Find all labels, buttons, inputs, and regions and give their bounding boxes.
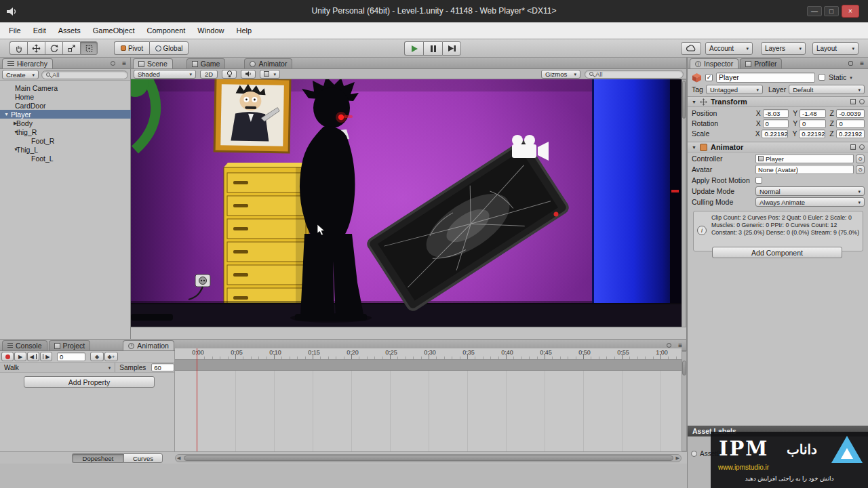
tree-item-main-camera[interactable]: Main Camera [0, 83, 131, 92]
panel-lock-icon[interactable] [667, 343, 671, 348]
update-mode-dropdown[interactable]: Normal▾ [755, 186, 865, 196]
scale-z-field[interactable]: 0.22192 [836, 129, 865, 138]
menu-help[interactable]: Help [230, 26, 258, 35]
object-picker-icon[interactable]: ⊙ [856, 155, 865, 163]
effects-dropdown[interactable]: ▾ [260, 70, 280, 79]
collapse-triangle-icon[interactable]: ▶ [0, 121, 14, 125]
tree-item-thig-r[interactable]: ▼thig_R [0, 127, 131, 136]
timeline-ruler[interactable]: 0:00 0:05 0:10 0:15 0:20 0:25 0:30 0:35 … [175, 348, 682, 360]
foldout-triangle-icon[interactable]: ▼ [692, 145, 696, 150]
scale-tool-button[interactable] [62, 41, 80, 55]
scale-x-field[interactable]: 0.22192 [762, 129, 788, 138]
menu-window[interactable]: Window [191, 26, 230, 35]
tab-game[interactable]: Game [186, 58, 226, 68]
step-button[interactable] [442, 41, 461, 56]
position-x-field[interactable]: -8.03 [763, 109, 789, 118]
rotation-z-field[interactable]: 0 [836, 119, 865, 128]
account-dropdown[interactable]: Account▾ [705, 42, 753, 55]
layers-dropdown[interactable]: Layers▾ [761, 42, 806, 55]
foldout-triangle-icon[interactable]: ▼ [692, 100, 696, 104]
record-button[interactable] [1, 352, 14, 361]
tree-item-foot-r[interactable]: Foot_R [0, 136, 131, 145]
frame-field[interactable]: 0 [57, 352, 85, 361]
rotation-x-field[interactable]: 0 [763, 119, 789, 128]
tag-dropdown[interactable]: Untagged▾ [706, 85, 763, 94]
help-icon[interactable] [850, 144, 856, 150]
play-button[interactable] [404, 41, 423, 56]
hierarchy-search-input[interactable]: All [41, 70, 128, 79]
object-name-field[interactable]: Player [716, 73, 815, 83]
inspector-lock-icon[interactable] [848, 61, 853, 66]
position-y-field[interactable]: -1.48 [800, 109, 826, 118]
anim-play-button[interactable]: ▶ [14, 352, 26, 361]
inspector-menu-icon[interactable]: ≡ [860, 60, 864, 67]
culling-mode-dropdown[interactable]: Always Animate▾ [755, 197, 865, 207]
settings-gear-icon[interactable] [859, 144, 865, 150]
add-component-button[interactable]: Add Component [712, 247, 842, 258]
dopesheet-button[interactable]: Dopesheet [72, 453, 123, 463]
tree-item-body[interactable]: ▶Body [0, 119, 131, 127]
tab-hierarchy[interactable]: Hierarchy [2, 58, 53, 68]
expand-triangle-icon[interactable]: ▼ [0, 112, 9, 117]
add-property-button[interactable]: Add Property [24, 376, 155, 388]
static-checkbox[interactable] [818, 74, 825, 81]
playhead[interactable] [197, 348, 197, 451]
scroll-left-icon[interactable]: ◀ [177, 455, 180, 461]
tree-item-thig-l[interactable]: ▼Thig_L [0, 145, 131, 154]
active-checkbox[interactable]: ✓ [705, 74, 713, 81]
audio-toggle-button[interactable] [241, 70, 256, 79]
tab-animator[interactable]: Animator [244, 58, 292, 68]
rotate-tool-button[interactable] [45, 41, 62, 55]
next-key-button[interactable]: ▶ [40, 352, 52, 361]
expand-triangle-icon[interactable]: ▼ [0, 129, 14, 134]
rect-tool-button[interactable] [80, 41, 98, 55]
clip-dropdown[interactable]: Walk▾ [0, 363, 115, 372]
pivot-button[interactable]: Pivot [114, 41, 149, 55]
create-dropdown[interactable]: Create▾ [2, 70, 39, 79]
tree-item-player[interactable]: ▼Player [0, 110, 131, 119]
dopesheet-area[interactable] [175, 371, 682, 451]
close-button[interactable]: × [842, 5, 859, 18]
panel-menu-icon[interactable]: ≡ [122, 60, 126, 67]
layout-dropdown[interactable]: Layout▾ [812, 42, 859, 55]
transform-header[interactable]: ▼ Transform [688, 96, 868, 107]
prev-key-button[interactable]: ◀ [27, 352, 39, 361]
scene-search-input[interactable]: All [585, 70, 684, 79]
tab-animation[interactable]: Animation [123, 340, 174, 350]
timeline-horizontal-scrollbar[interactable]: ◀ ▶ [175, 454, 682, 462]
maximize-button[interactable]: □ [824, 6, 839, 16]
menu-assets[interactable]: Assets [52, 26, 87, 35]
scroll-right-icon[interactable]: ▶ [676, 455, 679, 461]
menu-component[interactable]: Component [140, 26, 191, 35]
settings-gear-icon[interactable] [859, 99, 865, 104]
controller-field[interactable]: Player [755, 154, 854, 163]
tree-item-home[interactable]: Home [0, 92, 131, 101]
menu-gameobject[interactable]: GameObject [87, 26, 141, 35]
animator-header[interactable]: ▼ Animator [688, 142, 868, 152]
scene-viewport[interactable] [131, 79, 682, 327]
pan-tool-button[interactable] [9, 41, 27, 55]
panel-lock-icon[interactable] [111, 61, 115, 66]
position-z-field[interactable]: -0.0039 [836, 109, 865, 118]
tab-profiler[interactable]: Profiler [740, 58, 782, 68]
chevron-down-icon[interactable]: ▾ [850, 75, 852, 80]
avatar-field[interactable]: None (Avatar) [755, 165, 854, 174]
root-motion-checkbox[interactable] [755, 177, 762, 184]
gizmos-dropdown[interactable]: Gizmos▾ [541, 70, 580, 79]
curves-button[interactable]: Curves [123, 453, 163, 463]
cloud-button[interactable] [681, 42, 701, 55]
tab-scene[interactable]: Scene [133, 58, 173, 68]
scale-y-field[interactable]: 0.22192 [799, 129, 825, 138]
tab-console[interactable]: Console [2, 340, 47, 350]
scene-vertical-scrollbar[interactable] [682, 79, 686, 327]
timeline-vertical-scrollbar[interactable] [682, 351, 687, 451]
dopesheet-track-row[interactable] [175, 360, 682, 371]
tab-inspector[interactable]: iInspector [690, 58, 738, 68]
tab-project[interactable]: Project [49, 340, 91, 350]
shading-mode-dropdown[interactable]: Shaded▾ [134, 70, 196, 79]
help-icon[interactable] [850, 99, 856, 104]
lighting-toggle-button[interactable] [222, 70, 237, 79]
pause-button[interactable] [423, 41, 442, 56]
tree-item-carddoor[interactable]: CardDoor [0, 101, 131, 110]
move-tool-button[interactable] [27, 41, 45, 55]
